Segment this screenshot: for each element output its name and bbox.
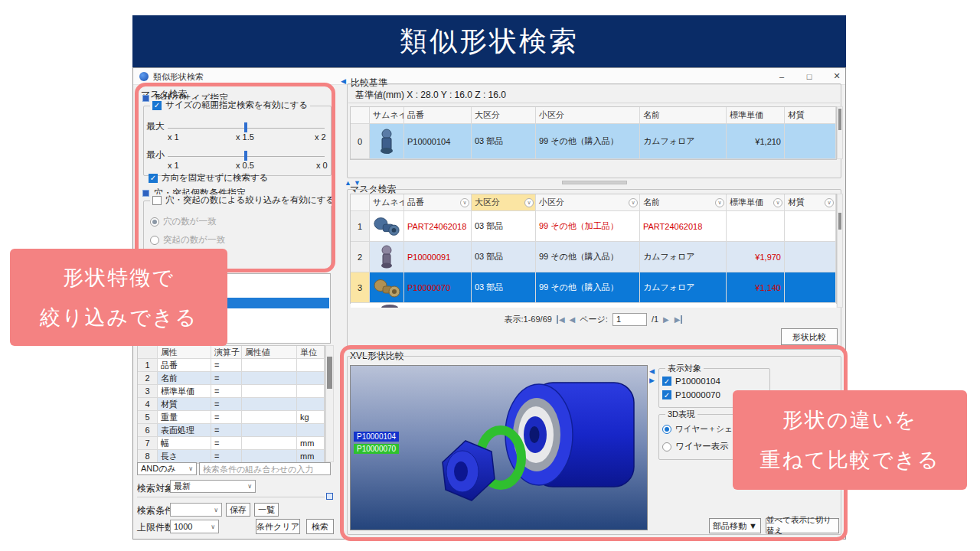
shape-compare-button[interactable]: 形状比較 <box>781 328 838 345</box>
radio-icon[interactable] <box>662 425 671 434</box>
cell[interactable]: = <box>211 398 242 411</box>
limit-dropdown[interactable]: 1000 ∨ <box>170 520 219 533</box>
cell[interactable]: PART24062018 <box>640 211 727 242</box>
display-target-item-1[interactable]: ✓ P10000104 <box>662 377 769 386</box>
cell[interactable]: = <box>211 437 242 450</box>
filter-icon[interactable]: ∨ <box>629 198 638 207</box>
cell[interactable]: カムフォロア <box>640 272 727 303</box>
cell[interactable]: 99 その他（購入品） <box>536 272 640 303</box>
collapse-icon[interactable] <box>142 190 149 197</box>
cell[interactable] <box>727 211 785 242</box>
filter-icon[interactable]: ∨ <box>460 198 469 207</box>
cell[interactable]: 03 部品 <box>472 124 536 159</box>
search-target-dropdown[interactable]: 最新 ∨ <box>170 480 256 493</box>
hole-enable-checkbox[interactable]: 穴・突起の数による絞り込みを有効にする <box>150 194 337 206</box>
pane-collapse-left-icon[interactable]: ◀ <box>649 368 655 375</box>
cell[interactable] <box>297 385 325 398</box>
cell[interactable]: 長さ <box>158 450 211 463</box>
pane-collapse-right-icon[interactable]: ▶ <box>649 377 655 384</box>
cell[interactable] <box>242 424 297 437</box>
cell[interactable]: 99 その他（加工品） <box>536 211 640 242</box>
horizontal-scrollbar[interactable] <box>562 181 627 184</box>
arrange-view-button[interactable]: 並べて表示に切り替え <box>766 518 839 533</box>
cell[interactable] <box>785 124 836 159</box>
minimize-button[interactable]: – <box>770 69 793 83</box>
cell[interactable] <box>297 398 325 411</box>
master-table-scrollbar[interactable] <box>837 194 843 308</box>
radio-icon[interactable] <box>150 217 159 227</box>
col-header[interactable]: 品番∨ <box>404 194 472 211</box>
cell[interactable] <box>242 359 297 372</box>
cell[interactable]: mm <box>297 437 325 450</box>
cell[interactable] <box>297 359 325 372</box>
close-button[interactable]: ✕ <box>825 69 848 83</box>
cell[interactable]: = <box>211 372 242 385</box>
attr-table-scrollbar[interactable] <box>325 345 334 462</box>
radio-icon[interactable] <box>662 442 671 452</box>
cell[interactable]: P10000091 <box>404 242 472 272</box>
filter-icon[interactable]: ∨ <box>715 198 724 207</box>
move-part-button[interactable]: 部品移動 ▼ <box>709 518 761 533</box>
cell[interactable]: 品番 <box>158 359 211 372</box>
cell[interactable]: 材質 <box>158 398 211 411</box>
cell[interactable]: ¥1,140 <box>727 272 785 303</box>
cell[interactable]: カムフォロア <box>640 242 727 272</box>
radio-icon[interactable] <box>150 236 159 245</box>
cell[interactable] <box>785 211 836 242</box>
maximize-button[interactable]: □ <box>798 69 821 83</box>
cell[interactable]: 標準単価 <box>158 385 211 398</box>
cell[interactable]: = <box>211 424 242 437</box>
cell[interactable]: kg <box>297 411 325 424</box>
col-header[interactable]: 材質∨ <box>785 194 836 211</box>
cell[interactable]: 99 その他（購入品） <box>536 242 640 272</box>
cell[interactable]: 03 部品 <box>472 211 536 242</box>
list-button[interactable]: 一覧 <box>254 503 279 517</box>
3d-viewport[interactable]: P10000104 P10000070 <box>350 365 648 530</box>
col-header[interactable]: 名前∨ <box>640 194 727 211</box>
cell[interactable] <box>785 242 836 272</box>
cell[interactable]: 表面処理 <box>158 424 211 437</box>
filter-icon[interactable]: ∨ <box>773 198 782 207</box>
comparison-table-scrollbar[interactable] <box>837 106 843 159</box>
hole-count-radio[interactable]: 穴の数が一致 <box>150 216 217 227</box>
cell[interactable] <box>242 385 297 398</box>
first-page-icon[interactable]: ◀ <box>557 315 565 324</box>
max-slider-thumb[interactable] <box>244 122 247 132</box>
cell[interactable]: mm <box>297 450 325 463</box>
cell[interactable] <box>242 411 297 424</box>
cell[interactable]: 名前 <box>158 372 211 385</box>
cell[interactable]: 99 その他（購入品） <box>536 124 640 159</box>
protrusion-count-radio[interactable]: 突起の数が一致 <box>150 234 225 246</box>
prev-page-icon[interactable]: ◀ <box>570 315 576 324</box>
cell[interactable] <box>242 450 297 463</box>
cell[interactable] <box>297 424 325 437</box>
checkbox-icon[interactable] <box>152 196 162 205</box>
cell[interactable]: = <box>211 359 242 372</box>
cell[interactable]: P10000104 <box>404 124 472 159</box>
collapse-handle-icon[interactable] <box>326 493 333 500</box>
cell[interactable]: 幅 <box>158 437 211 450</box>
cell[interactable] <box>785 272 836 303</box>
search-button[interactable]: 検索 <box>306 519 334 534</box>
cell[interactable] <box>242 437 297 450</box>
collapse-icon[interactable] <box>142 95 149 102</box>
cell[interactable] <box>297 372 325 385</box>
cell[interactable]: 03 部品 <box>472 242 536 272</box>
condition-dropdown[interactable]: ∨ <box>170 503 222 517</box>
min-slider-thumb[interactable] <box>244 151 247 161</box>
combine-dropdown[interactable]: ANDのみ ∨ <box>137 462 197 475</box>
next-page-icon[interactable]: ▶ <box>663 315 669 324</box>
size-enable-checkbox[interactable]: ✓ サイズの範囲指定検索を有効にする <box>150 99 310 111</box>
col-header[interactable]: 大区分∨ <box>472 194 536 211</box>
last-page-icon[interactable]: ▶ <box>674 315 683 324</box>
save-button[interactable]: 保存 <box>226 503 250 517</box>
cell[interactable]: = <box>211 411 242 424</box>
clear-conditions-button[interactable]: 条件クリア <box>256 519 300 534</box>
cell[interactable]: = <box>211 385 242 398</box>
cell[interactable]: PART24062018 <box>404 211 472 242</box>
cell[interactable]: ¥1,210 <box>727 124 785 159</box>
checkbox-icon[interactable]: ✓ <box>662 390 671 399</box>
page-input[interactable] <box>612 313 647 326</box>
cell[interactable]: カムフォロア <box>640 124 727 159</box>
filter-icon[interactable]: ∨ <box>825 198 834 207</box>
